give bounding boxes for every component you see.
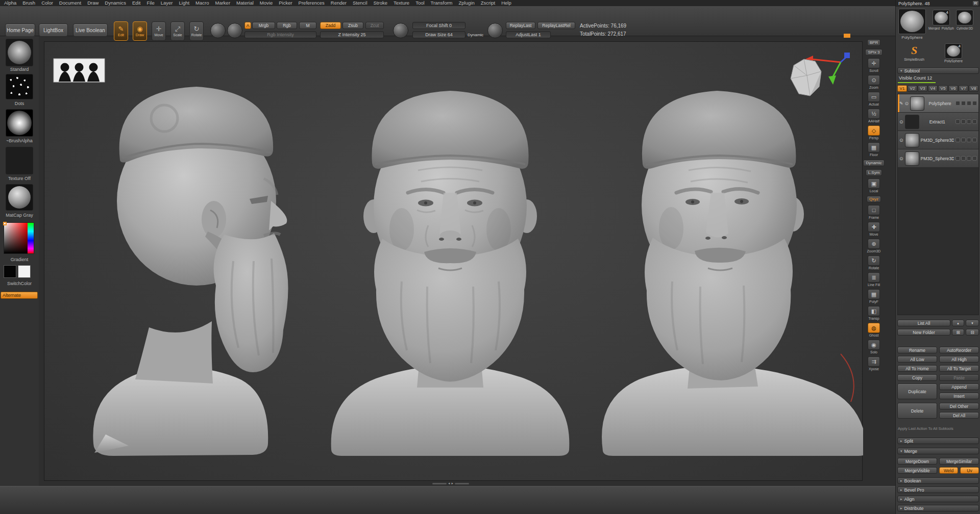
subtool-toggles[interactable] bbox=[955, 138, 977, 142]
menu-item[interactable]: Dynamics bbox=[102, 0, 129, 6]
viewport-control[interactable]: □ Frame bbox=[868, 205, 880, 219]
viewport-control-icon[interactable]: ▣ bbox=[868, 178, 880, 189]
subtool-thumbnail[interactable] bbox=[905, 115, 919, 129]
z-intensity-slider[interactable]: Z Intensity 25 bbox=[320, 31, 384, 38]
subtool-row[interactable]: ✎ ⊙ PM3D_Sphere3D1 bbox=[898, 131, 978, 149]
viewport-control[interactable]: ≣ Line Fill bbox=[868, 272, 880, 287]
auto-reorder-button[interactable]: AutoReorder bbox=[939, 347, 979, 353]
a-toggle-button[interactable]: A bbox=[244, 22, 251, 29]
visibility-eye-icon[interactable]: ⊙ bbox=[899, 156, 903, 161]
menu-item[interactable]: Light bbox=[176, 0, 192, 6]
all-to-target-button[interactable]: All To Target bbox=[939, 365, 979, 372]
rotate-mode-button[interactable]: ↻ Rotate bbox=[189, 21, 204, 41]
subtool-row[interactable]: ✎ ⊙ PM3D_Sphere3D1_1 bbox=[898, 149, 978, 168]
replay-last-button[interactable]: ReplayLast bbox=[506, 22, 535, 29]
recent-tool-thumbnail[interactable] bbox=[956, 10, 973, 25]
adjust-last-slider[interactable]: AdjustLast 1 bbox=[506, 31, 551, 38]
viewport-control-icon[interactable]: ≣ bbox=[868, 272, 880, 282]
viewport-control-icon[interactable]: ◉ bbox=[868, 340, 880, 350]
zcut-button[interactable]: Zcut bbox=[365, 22, 384, 29]
del-all-button[interactable]: Del All bbox=[939, 412, 979, 419]
menu-item[interactable]: Zplugin bbox=[456, 0, 478, 6]
stroke-settings-icon[interactable] bbox=[487, 23, 503, 38]
viewport-control[interactable]: ↻ Rotate bbox=[868, 255, 880, 270]
visibility-tab[interactable]: V2 bbox=[908, 85, 917, 92]
duplicate-button[interactable]: Duplicate bbox=[897, 383, 937, 399]
visibility-tab[interactable]: V5 bbox=[938, 85, 948, 92]
restore-button[interactable]: R bbox=[972, 1, 979, 6]
viewport-control[interactable]: SPix 3 bbox=[865, 48, 882, 56]
menu-item[interactable]: File bbox=[143, 0, 157, 6]
viewport-control-icon[interactable]: ⊕ bbox=[868, 239, 880, 249]
scroll-left-icon[interactable]: ◂ bbox=[448, 481, 450, 485]
all-high-button[interactable]: All High bbox=[939, 356, 979, 363]
align-section-header[interactable]: ▸Align bbox=[897, 496, 979, 502]
current-brush-thumbnail[interactable] bbox=[6, 39, 33, 66]
scale-mode-button[interactable]: ⤢ Scale bbox=[170, 21, 185, 41]
merge-visible-button[interactable]: MergeVisible bbox=[897, 467, 937, 474]
alternate-button[interactable]: Alternate bbox=[1, 292, 38, 299]
zadd-button[interactable]: Zadd bbox=[320, 22, 341, 29]
current-texture-thumbnail[interactable] bbox=[6, 147, 33, 174]
focal-shift-slider[interactable]: Focal Shift 0 bbox=[412, 22, 465, 29]
zsub-button[interactable]: Zsub bbox=[342, 22, 363, 29]
viewport-control-icon[interactable]: □ bbox=[868, 205, 880, 215]
viewport-control-icon[interactable]: ✚ bbox=[868, 222, 880, 232]
viewport-control-icon[interactable]: ▭ bbox=[868, 92, 880, 102]
visibility-eye-icon[interactable]: ⊙ bbox=[899, 138, 903, 143]
uv-button[interactable]: Uv bbox=[960, 467, 979, 474]
menu-item[interactable]: Transform bbox=[428, 0, 456, 6]
viewport-control-icon[interactable]: ⊙ bbox=[868, 75, 880, 85]
viewport-control[interactable]: ▣ Local bbox=[868, 178, 880, 193]
viewport-control[interactable]: ▦ Floor bbox=[868, 142, 880, 157]
stroke-picker-icon[interactable] bbox=[210, 23, 226, 38]
visibility-tab[interactable]: V4 bbox=[928, 85, 938, 92]
viewport-control-icon[interactable]: ◧ bbox=[868, 306, 880, 316]
merge-section-header[interactable]: ▾Merge bbox=[897, 448, 979, 454]
menu-item[interactable]: Stencil bbox=[350, 0, 371, 6]
menu-item[interactable]: Picker bbox=[276, 0, 295, 6]
viewport-control[interactable]: ▦ PolyF bbox=[868, 289, 880, 303]
viewport-control[interactable]: ◧ Transp bbox=[868, 306, 880, 320]
split-section-header[interactable]: ▸Split bbox=[897, 438, 979, 444]
menu-item[interactable]: Zscript bbox=[478, 0, 499, 6]
viewport-control-icon[interactable]: ▦ bbox=[868, 142, 880, 152]
move-mode-button[interactable]: ✛ Move bbox=[152, 21, 166, 41]
live-boolean-button[interactable]: Live Boolean bbox=[73, 23, 108, 37]
color-picker-field[interactable] bbox=[4, 223, 28, 253]
main-color-swatch[interactable] bbox=[4, 265, 16, 278]
viewport-control-icon[interactable]: ✛ bbox=[868, 58, 880, 68]
document-canvas[interactable] bbox=[44, 41, 863, 481]
menu-item[interactable]: Draw bbox=[84, 0, 102, 6]
viewport-control[interactable]: ✛ Scroll bbox=[868, 58, 880, 72]
viewport-control[interactable]: ⇉ Xpose bbox=[868, 356, 880, 371]
subtool-row[interactable]: ✎ ⊙ Extract1 bbox=[898, 113, 978, 131]
edit-pencil-icon[interactable]: ✎ bbox=[899, 101, 903, 106]
scrollbar-track[interactable] bbox=[455, 483, 469, 484]
menu-item[interactable]: Stroke bbox=[371, 0, 390, 6]
replay-last-rel-button[interactable]: ReplayLastRel bbox=[537, 22, 575, 29]
viewport-control[interactable]: ◇ Persp bbox=[868, 125, 880, 140]
subtool-down-button[interactable]: ▼ bbox=[966, 320, 979, 326]
visibility-eye-icon[interactable]: ⊙ bbox=[899, 119, 903, 124]
merge-down-button[interactable]: MergeDown bbox=[897, 458, 937, 465]
current-alpha-thumbnail[interactable] bbox=[6, 109, 33, 137]
subtool-list[interactable]: ✎ ⊙ PolySphere ✎ ⊙ Extract1 ✎ ⊙ PM3D_Sph… bbox=[897, 94, 979, 315]
subtool-toggles[interactable] bbox=[955, 156, 977, 161]
all-to-home-button[interactable]: All To Home bbox=[897, 365, 937, 372]
viewport-control-icon[interactable]: ½ bbox=[868, 109, 880, 119]
menu-item[interactable]: Render bbox=[328, 0, 350, 6]
viewport-control-icon[interactable]: ⇉ bbox=[868, 356, 880, 367]
menu-item[interactable]: Preferences bbox=[296, 0, 328, 6]
folder-down-icon[interactable]: ⊟ bbox=[966, 329, 979, 336]
subtool-section-header[interactable]: ▾Subtool bbox=[897, 67, 979, 74]
hue-strip[interactable] bbox=[28, 223, 34, 253]
menu-item[interactable]: Marker bbox=[212, 0, 234, 6]
canvas-scrollbar[interactable]: ◂ ▸ bbox=[425, 481, 476, 485]
viewport-control[interactable]: Dynamic bbox=[863, 159, 884, 166]
visibility-tab[interactable]: V1 bbox=[897, 85, 907, 92]
boolean-section-header[interactable]: ▸Boolean bbox=[897, 477, 979, 484]
menu-item[interactable]: Movie bbox=[257, 0, 276, 6]
visibility-tab[interactable]: V8 bbox=[969, 85, 978, 92]
subtool-thumbnail[interactable] bbox=[905, 133, 919, 147]
